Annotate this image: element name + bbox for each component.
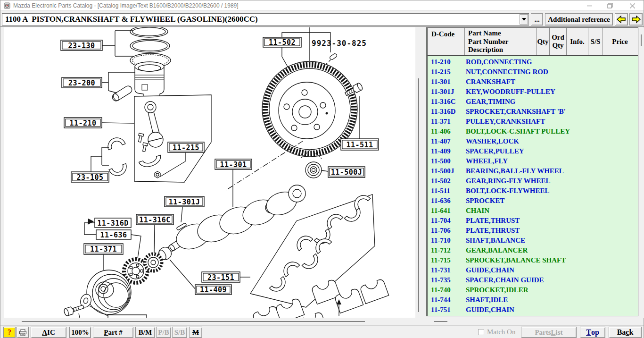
diagram-callout[interactable]: 11-301J (169, 198, 200, 206)
top-button[interactable]: Top (580, 327, 605, 338)
part-dcode: 11-710 (428, 237, 464, 245)
parts-list-table: D-Code Part Name Part Number Description… (426, 27, 638, 316)
table-row[interactable]: 11-500JBEARING,BALL-FLY WHEEL (428, 166, 638, 176)
table-row[interactable]: 11-316DSPROCKET,CRANKSHAFT 'B' (428, 107, 638, 117)
part-name: GEAR,TIMING (464, 98, 515, 106)
table-vscroll-thumb[interactable] (641, 34, 642, 46)
part-name: NUT,CONNECTING ROD (464, 68, 548, 76)
part-name: CHAIN (464, 207, 489, 215)
diagram-callout[interactable]: 11-502 (269, 38, 296, 47)
table-row[interactable]: 11-500WHEEL,FLY (428, 156, 638, 166)
match-on-checkbox[interactable] (478, 329, 484, 335)
pb-button[interactable]: P/B (156, 327, 171, 338)
diagram-callout[interactable]: 11-500J (331, 168, 363, 177)
match-on-label: Match On (487, 328, 515, 336)
table-row[interactable]: 11-407WASHER,LOCK (428, 136, 638, 146)
diagram-callout[interactable]: 23-200 (68, 79, 95, 87)
table-row[interactable]: 11-715SPROCKET,BALANCE SHAFT (428, 255, 638, 265)
table-row[interactable]: 11-744SHAFT,IDLE (428, 295, 638, 305)
part-name: KEY,WOODRUFF-PULLEY (464, 88, 555, 96)
part-dcode: 11-712 (428, 246, 464, 254)
section-combobox[interactable]: 1100 A PISTON,CRANKSHAFT & FLYWHEEL (GAS… (2, 13, 529, 25)
part-name: BOLT,LOCK-FLYWHEEL (464, 187, 549, 195)
diagram-hscroll-thumb[interactable] (22, 321, 365, 322)
part-name: GUIDE,CHAIN (464, 266, 514, 274)
diagram-vertical-scrollbar[interactable] (415, 27, 422, 318)
table-row[interactable]: 11-301CRANKSHAFT (428, 77, 638, 87)
table-row[interactable]: 11-502GEAR,RING-FLY WHEEL (428, 176, 638, 186)
table-row[interactable]: 11-409SPACER,PULLEY (428, 146, 638, 156)
header-info: Info. (566, 28, 588, 55)
diagram-callout[interactable]: 11-511 (346, 141, 373, 149)
print-button[interactable] (17, 327, 29, 338)
table-row[interactable]: 11-511BOLT,LOCK-FLYWHEEL (428, 186, 638, 196)
aic-button[interactable]: AIC (31, 327, 66, 338)
help-button[interactable]: ? (3, 327, 16, 338)
table-row[interactable]: 11-406BOLT,LOCK-C.SHAFT PULLEY (428, 127, 638, 136)
table-row[interactable]: 11-712GEAR,BALANCER (428, 245, 638, 255)
close-icon (630, 3, 635, 8)
diagram-callout[interactable]: 11-636 (100, 231, 127, 239)
restore-button[interactable] (600, 0, 620, 11)
close-button[interactable] (622, 0, 643, 11)
part-dcode: 11-406 (428, 127, 464, 135)
table-row[interactable]: 11-301JKEY,WOODRUFF-PULLEY (428, 87, 638, 97)
table-row[interactable]: 11-751GUIDE,CHAIN (428, 305, 638, 315)
diagram-horizontal-scrollbar[interactable] (4, 319, 422, 325)
minimize-button[interactable] (579, 0, 600, 11)
diagram-callout[interactable]: 11-301 (220, 161, 247, 169)
diagram-callout[interactable]: 23-105 (76, 173, 103, 182)
part-name: PLATE,THRUST (464, 227, 520, 235)
table-row[interactable]: 11-710SHAFT,BALANCE (428, 236, 638, 245)
table-vertical-scrollbar[interactable] (638, 27, 644, 318)
table-hscroll-thumb[interactable] (434, 321, 447, 322)
previous-section-button[interactable] (615, 13, 628, 25)
table-row[interactable]: 11-641CHAIN (428, 206, 638, 216)
parts-list-button[interactable]: Parts List (521, 327, 577, 338)
diagram-callout[interactable]: 9923-30-825 (312, 39, 367, 48)
chevron-down-icon (522, 18, 526, 21)
header-qty: Qty (536, 28, 549, 55)
zoom-level-button[interactable]: 100% (69, 327, 91, 338)
diagram-callout[interactable]: 11-409 (200, 286, 227, 294)
table-row[interactable]: 11-371PULLEY,CRANKSHAFT (428, 117, 638, 127)
part-name: GEAR,BALANCER (464, 246, 528, 254)
part-dcode: 11-210 (428, 58, 464, 66)
table-row[interactable]: 11-215NUT,CONNECTING ROD (428, 67, 638, 77)
combobox-dropdown-button[interactable] (520, 14, 528, 25)
table-row[interactable]: 11-735SPACER,CHAIN GUIDE (428, 275, 638, 285)
table-row[interactable]: 11-706PLATE,THRUST (428, 226, 638, 236)
section-combobox-value: 1100 A PISTON,CRANKSHAFT & FLYWHEEL (GAS… (2, 15, 258, 24)
table-row[interactable]: 11-636SPROCKET (428, 196, 638, 206)
table-horizontal-scrollbar[interactable] (426, 319, 638, 325)
part-name: BEARING,BALL-FLY WHEEL (464, 167, 564, 175)
diagram-callout[interactable]: 23-151 (207, 273, 234, 282)
part-name: GEAR,RING-FLY WHEEL (464, 177, 550, 185)
part-dcode: 11-500 (428, 157, 464, 165)
header-ord-qty: Ord Qty (549, 28, 566, 55)
table-row[interactable]: 11-731GUIDE,CHAIN (428, 265, 638, 275)
m-button[interactable]: M (189, 327, 202, 338)
sb-button[interactable]: S/B (172, 327, 187, 338)
diagram-vscroll-thumb[interactable] (418, 78, 419, 312)
table-row[interactable]: 11-704PLATE,THRUST (428, 216, 638, 226)
next-section-button[interactable] (629, 13, 643, 25)
table-row[interactable]: 11-316CGEAR,TIMING (428, 97, 638, 107)
back-button[interactable]: Back (609, 327, 642, 338)
diagram-callout[interactable]: 11-215 (173, 144, 199, 152)
part-dcode: 11-735 (428, 276, 464, 284)
diagram-callout[interactable]: 11-316D (97, 219, 129, 228)
additional-reference-button[interactable]: Additional reference (545, 13, 613, 25)
diagram-callout[interactable]: 23-130 (68, 42, 95, 50)
table-row[interactable]: 11-740SPROCKET,IDLER (428, 285, 638, 295)
table-row[interactable]: 11-210ROD,CONNECTING (428, 57, 638, 67)
application-window: Mazda Electronic Parts Catalog - [Catalo… (0, 0, 644, 338)
bm-button[interactable]: B/M (135, 327, 155, 338)
part-name: SPROCKET,BALANCE SHAFT (464, 256, 566, 264)
diagram-callout[interactable]: 11-316C (139, 216, 171, 224)
diagram-callout[interactable]: 11-210 (69, 119, 96, 127)
part-number-button[interactable]: Part # (93, 327, 133, 338)
part-dcode: 11-316D (428, 108, 464, 116)
diagram-callout[interactable]: 11-371 (90, 245, 117, 254)
more-button[interactable]: ... (531, 13, 543, 25)
